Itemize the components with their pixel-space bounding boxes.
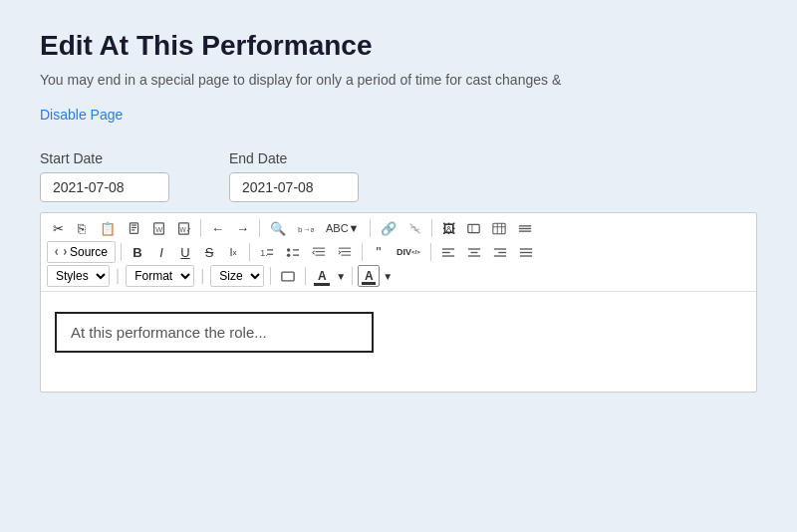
unordered-list-button[interactable] bbox=[281, 241, 305, 263]
spellcheck-button[interactable]: ABC▼ bbox=[321, 217, 365, 239]
separator-1 bbox=[200, 219, 201, 237]
image-button[interactable]: 🖼 bbox=[437, 217, 460, 239]
svg-text:b→a: b→a bbox=[298, 224, 314, 233]
svg-rect-2 bbox=[132, 226, 136, 227]
flash-button[interactable] bbox=[462, 217, 485, 239]
end-date-group: End Date 2021-07-08 bbox=[229, 150, 359, 202]
align-right-button[interactable] bbox=[488, 241, 512, 263]
text-color-button[interactable]: A bbox=[311, 265, 333, 287]
source-button[interactable]: Source bbox=[47, 241, 116, 263]
end-date-input[interactable]: 2021-07-08 bbox=[229, 172, 359, 202]
separator-7 bbox=[362, 243, 363, 261]
blockquote-button[interactable]: " bbox=[368, 241, 390, 263]
paste-button[interactable]: 📋 bbox=[95, 217, 121, 239]
separator-6 bbox=[249, 243, 250, 261]
redo-button[interactable]: → bbox=[231, 217, 254, 239]
italic-button[interactable]: I bbox=[150, 241, 172, 263]
remove-format-button[interactable]: Ix bbox=[222, 241, 244, 263]
svg-rect-12 bbox=[492, 223, 504, 234]
svg-text:W: W bbox=[155, 224, 162, 233]
toolbar-row-3: Styles | Format | Size A ▼ A bbox=[47, 265, 750, 287]
separator-4 bbox=[431, 219, 432, 237]
editor-content[interactable]: At this performance the role... bbox=[41, 292, 756, 392]
underline-button[interactable]: U bbox=[174, 241, 196, 263]
unlink-button[interactable] bbox=[403, 217, 426, 239]
svg-rect-3 bbox=[132, 229, 134, 230]
align-center-button[interactable] bbox=[462, 241, 486, 263]
paste-from-word2-button[interactable]: W✓ bbox=[172, 217, 195, 239]
separator-3 bbox=[370, 219, 371, 237]
styles-select[interactable]: Styles bbox=[47, 265, 110, 287]
div-button[interactable]: DIV</> bbox=[392, 241, 425, 263]
link-button[interactable]: 🔗 bbox=[376, 217, 401, 239]
toolbar-row-2: Source B I U S Ix 1. " DIV</> bbox=[47, 241, 750, 263]
rich-text-editor: ✂ ⎘ 📋 W W✓ ← → 🔍 b→a ABC▼ 🔗 bbox=[40, 212, 757, 393]
svg-rect-1 bbox=[132, 224, 136, 225]
start-date-label: Start Date bbox=[40, 150, 169, 166]
date-row: Start Date 2021-07-08 End Date 2021-07-0… bbox=[40, 150, 757, 202]
separator-2 bbox=[259, 219, 260, 237]
bold-button[interactable]: B bbox=[127, 241, 148, 263]
separator-11 bbox=[352, 267, 353, 285]
paste-text-button[interactable] bbox=[123, 217, 145, 239]
increase-indent-button[interactable] bbox=[333, 241, 357, 263]
svg-point-23 bbox=[287, 253, 291, 257]
editor-placeholder: At this performance the role... bbox=[71, 324, 267, 341]
end-date-label: End Date bbox=[229, 150, 359, 166]
svg-text:W✓: W✓ bbox=[179, 225, 190, 232]
cut-button[interactable]: ✂ bbox=[47, 217, 69, 239]
paste-from-word-button[interactable]: W bbox=[147, 217, 170, 239]
editor-toolbar: ✂ ⎘ 📋 W W✓ ← → 🔍 b→a ABC▼ 🔗 bbox=[41, 213, 756, 292]
disable-page-link[interactable]: Disable Page bbox=[40, 107, 123, 123]
strikethrough-button[interactable]: S bbox=[198, 241, 220, 263]
page-title: Edit At This Performance bbox=[40, 30, 757, 62]
ordered-list-button[interactable]: 1. bbox=[255, 241, 279, 263]
separator-9 bbox=[270, 267, 271, 285]
decrease-indent-button[interactable] bbox=[307, 241, 331, 263]
start-date-input[interactable]: 2021-07-08 bbox=[40, 172, 169, 202]
start-date-group: Start Date 2021-07-08 bbox=[40, 150, 169, 202]
justify-button[interactable] bbox=[514, 241, 538, 263]
table-button[interactable] bbox=[487, 217, 511, 239]
bg-color-button[interactable]: A bbox=[358, 265, 380, 287]
svg-point-22 bbox=[287, 248, 291, 252]
format-block-button[interactable] bbox=[276, 265, 300, 287]
source-label: Source bbox=[70, 245, 108, 259]
horizontal-rule-button[interactable] bbox=[513, 217, 537, 239]
toolbar-row-1: ✂ ⎘ 📋 W W✓ ← → 🔍 b→a ABC▼ 🔗 bbox=[47, 217, 750, 239]
svg-rect-10 bbox=[467, 224, 478, 232]
format-select[interactable]: Format bbox=[126, 265, 194, 287]
svg-rect-44 bbox=[282, 272, 294, 281]
undo-button[interactable]: ← bbox=[206, 217, 229, 239]
find-replace-button[interactable]: b→a bbox=[293, 217, 319, 239]
separator-8 bbox=[430, 243, 431, 261]
svg-text:1.: 1. bbox=[260, 247, 268, 258]
separator-5 bbox=[121, 243, 122, 261]
separator-10 bbox=[305, 267, 306, 285]
align-left-button[interactable] bbox=[436, 241, 460, 263]
editor-text-area[interactable]: At this performance the role... bbox=[55, 312, 374, 353]
find-button[interactable]: 🔍 bbox=[265, 217, 291, 239]
copy-button[interactable]: ⎘ bbox=[71, 217, 93, 239]
page-subtitle: You may end in a special page to display… bbox=[40, 72, 757, 88]
size-select[interactable]: Size bbox=[210, 265, 264, 287]
